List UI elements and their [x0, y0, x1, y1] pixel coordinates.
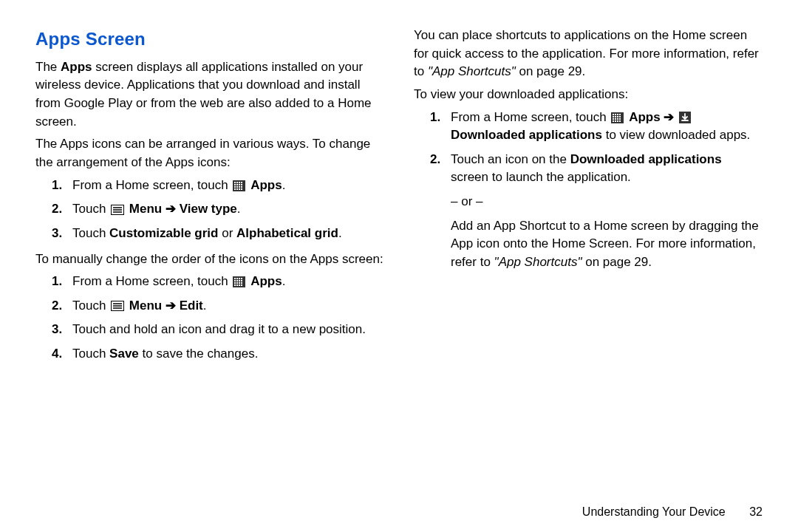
svg-rect-46: [619, 114, 621, 115]
svg-rect-26: [234, 280, 236, 282]
list-number: 1.: [430, 109, 443, 127]
list-number: 3.: [52, 225, 65, 243]
or-separator: – or –: [451, 193, 763, 211]
menu-bold: Menu: [129, 202, 162, 216]
svg-rect-43: [613, 114, 614, 115]
svg-rect-52: [615, 118, 616, 120]
text: .: [282, 274, 286, 288]
svg-rect-28: [239, 280, 240, 282]
downloaded-bold: Downloaded applications: [570, 152, 722, 166]
svg-rect-8: [241, 184, 242, 185]
apps-bold: Apps: [250, 274, 282, 288]
apps-bold: Apps: [250, 178, 282, 192]
svg-rect-24: [239, 278, 240, 279]
arrow: ➔: [162, 299, 179, 313]
left-column: Apps Screen The Apps screen displays all…: [35, 27, 384, 371]
list-number: 1.: [52, 273, 65, 291]
text: From a Home screen, touch: [451, 110, 610, 124]
text: From a Home screen, touch: [72, 178, 231, 192]
svg-rect-10: [236, 186, 238, 188]
right-column: You can place shortcuts to applications …: [414, 27, 763, 371]
section-heading: Apps Screen: [35, 27, 384, 52]
list-content: Touch Menu ➔ Edit.: [72, 297, 384, 316]
svg-rect-50: [619, 116, 621, 117]
edit-bold: Edit: [180, 299, 203, 313]
text: From a Home screen, touch: [72, 274, 231, 288]
svg-rect-35: [236, 284, 238, 286]
text: Touch an icon on the: [451, 152, 570, 166]
list-downloaded: 1. From a Home screen, touch Apps ➔ Down…: [414, 109, 763, 272]
svg-rect-36: [239, 284, 240, 286]
svg-rect-47: [613, 116, 614, 117]
apps-bold: Apps: [61, 60, 92, 74]
svg-rect-58: [619, 120, 621, 122]
svg-rect-37: [241, 284, 242, 286]
shortcuts-paragraph: You can place shortcuts to applications …: [414, 27, 763, 81]
apps-bold: Apps: [629, 110, 661, 124]
list-item: 2. Touch an icon on the Downloaded appli…: [430, 151, 763, 272]
manual-intro: To manually change the order of the icon…: [35, 250, 384, 269]
svg-rect-15: [239, 188, 240, 190]
svg-rect-54: [619, 118, 621, 120]
svg-rect-27: [236, 280, 238, 282]
svg-rect-9: [234, 186, 236, 188]
svg-rect-16: [241, 188, 242, 190]
svg-rect-53: [617, 118, 618, 120]
cross-ref: "App Shortcuts": [428, 64, 516, 78]
text: .: [338, 226, 342, 240]
download-icon: [679, 112, 691, 123]
text: The: [35, 60, 61, 74]
list-content: Touch Save to save the changes.: [72, 345, 384, 364]
svg-rect-29: [241, 280, 242, 282]
text: .: [282, 178, 286, 192]
arrange-intro: The Apps icons can be arranged in variou…: [35, 135, 384, 171]
svg-rect-5: [234, 184, 236, 185]
list-number: 2.: [52, 200, 65, 219]
svg-rect-56: [615, 120, 616, 122]
text: Touch: [72, 299, 109, 313]
cross-ref: "App Shortcuts": [494, 255, 582, 269]
grid-bold: Customizable grid: [109, 226, 218, 240]
list-item: 2. Touch Menu ➔ View type.: [52, 200, 384, 219]
page-number: 32: [749, 505, 763, 518]
svg-rect-11: [239, 186, 240, 188]
list-content: Touch an icon on the Downloaded applicat…: [451, 151, 763, 272]
downloaded-bold: Downloaded applications: [451, 128, 602, 142]
svg-rect-31: [236, 282, 238, 284]
chapter-name: Understanding Your Device: [582, 505, 726, 518]
list-number: 2.: [52, 297, 65, 316]
svg-rect-51: [613, 118, 614, 120]
text: on page 29.: [582, 255, 652, 269]
svg-rect-55: [613, 120, 614, 122]
grid-bold: Alphabetical grid: [236, 226, 338, 240]
page-footer: Understanding Your Device 32: [582, 503, 763, 520]
save-bold: Save: [109, 347, 139, 361]
svg-rect-6: [236, 184, 238, 185]
text: Touch: [72, 347, 109, 361]
arrow: ➔: [661, 110, 678, 124]
svg-rect-13: [234, 188, 236, 190]
list-number: 1.: [52, 177, 65, 195]
menu-icon: [111, 301, 124, 311]
svg-rect-2: [236, 182, 238, 183]
list-item: 3. Touch and hold an icon and drag it to…: [52, 321, 384, 339]
apps-grid-icon: [233, 276, 245, 287]
svg-rect-3: [239, 182, 240, 183]
svg-rect-4: [241, 182, 242, 183]
svg-rect-44: [615, 114, 616, 115]
svg-rect-49: [617, 116, 618, 117]
list-number: 4.: [52, 345, 65, 364]
apps-grid-icon: [611, 112, 624, 123]
list-number: 2.: [430, 151, 443, 169]
text: to view downloaded apps.: [602, 128, 750, 142]
list-item: 4. Touch Save to save the changes.: [52, 345, 384, 364]
list-content: From a Home screen, touch Apps.: [72, 177, 384, 195]
intro-paragraph: The Apps screen displays all application…: [35, 58, 384, 132]
text: on page 29.: [516, 64, 586, 78]
list-content: From a Home screen, touch Apps.: [72, 273, 384, 291]
list-item: 1. From a Home screen, touch Apps.: [52, 177, 384, 195]
list-item: 2. Touch Menu ➔ Edit.: [52, 297, 384, 316]
text: Touch: [72, 202, 109, 216]
list-item: 3. Touch Customizable grid or Alphabetic…: [52, 225, 384, 243]
svg-rect-34: [234, 284, 236, 286]
